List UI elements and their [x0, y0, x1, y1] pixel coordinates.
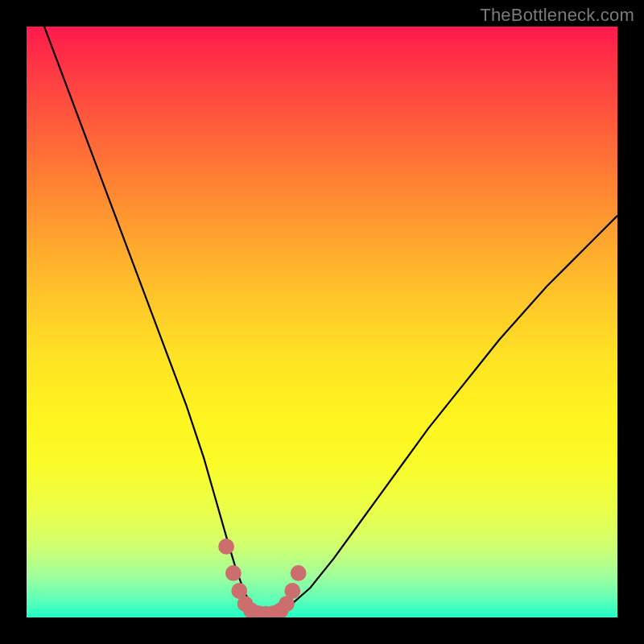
- highlight-dot: [284, 583, 300, 599]
- highlight-dot: [291, 565, 307, 581]
- chart-frame: TheBottleneck.com: [0, 0, 644, 644]
- bottleneck-curve: [44, 27, 617, 614]
- highlight-dot: [218, 539, 234, 555]
- watermark-text: TheBottleneck.com: [480, 5, 634, 26]
- bottleneck-curve-svg: [27, 27, 617, 617]
- highlight-dot: [225, 565, 242, 581]
- plot-area: [27, 27, 617, 617]
- highlight-markers: [218, 539, 306, 617]
